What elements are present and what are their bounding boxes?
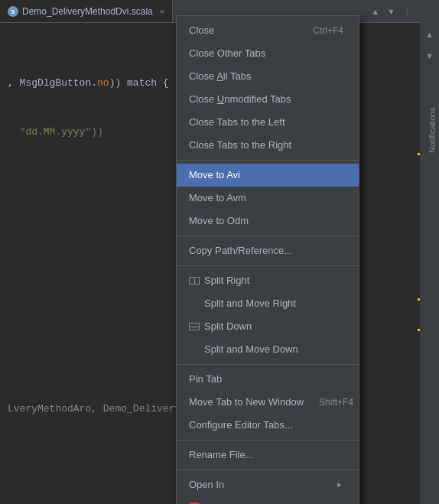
menu-pin-tab-label: Pin Tab xyxy=(189,371,343,388)
menu-scala-repl-shortcut: Ctrl+Shift+D xyxy=(294,499,343,504)
menu-open-in-label: Open In xyxy=(189,476,328,493)
menu-item-split-move-right[interactable]: Split and Move Right xyxy=(177,292,359,315)
menu-split-move-right-label: Split and Move Right xyxy=(189,295,343,312)
divider-6 xyxy=(177,470,359,470)
menu-close-all-label: Close All Tabs xyxy=(189,68,343,85)
menu-scala-repl-label: Scala REPL... xyxy=(204,499,278,504)
menu-move-new-window-shortcut: Shift+F4 xyxy=(319,394,353,411)
menu-copy-path-label: Copy Path/Reference... xyxy=(189,242,343,259)
menu-move-new-window-label: Move Tab to New Window xyxy=(189,394,304,411)
code-line-1: , MsgDlgButton.no)) match { xyxy=(0,75,176,92)
menu-close-left-label: Close Tabs to the Left xyxy=(189,114,343,131)
split-down-icon xyxy=(189,323,200,330)
right-sidebar: ▲ ▼ xyxy=(420,0,439,504)
menu-item-close-left[interactable]: Close Tabs to the Left xyxy=(177,111,359,134)
menu-configure-tabs-label: Configure Editor Tabs... xyxy=(189,417,343,434)
notifications-label: Notifications xyxy=(428,107,437,153)
menu-move-odm-label: Move to Odm xyxy=(189,213,343,229)
split-right-icon xyxy=(189,277,200,285)
menu-item-scala-repl[interactable]: Scala REPL... Ctrl+Shift+D xyxy=(177,496,359,504)
tab-menu-button[interactable]: ⋮ xyxy=(401,5,414,18)
menu-split-right-label: Split Right xyxy=(204,272,343,289)
menu-move-avi-label: Move to Avi xyxy=(189,167,343,184)
active-tab[interactable]: s Demo_DeliveryMethodDvi.scala × xyxy=(0,0,173,22)
menu-item-split-right[interactable]: Split Right xyxy=(177,269,359,292)
menu-split-down-label: Split Down xyxy=(204,318,343,335)
menu-close-shortcut: Ctrl+F4 xyxy=(313,22,343,39)
menu-close-right-label: Close Tabs to the Right xyxy=(189,137,343,154)
tab-filename: Demo_DeliveryMethodDvi.scala xyxy=(22,6,153,17)
menu-item-copy-path[interactable]: Copy Path/Reference... xyxy=(177,239,359,262)
sidebar-icon-2[interactable]: ▼ xyxy=(422,48,437,63)
menu-item-rename[interactable]: Rename File... xyxy=(177,444,359,467)
divider-2 xyxy=(177,236,359,236)
tab-nav-prev[interactable]: ▲ xyxy=(369,5,382,18)
tab-nav-next[interactable]: ▼ xyxy=(385,5,398,18)
menu-item-close-unmodified[interactable]: Close Unmodified Tabs xyxy=(177,88,359,111)
menu-close-unmodified-label: Close Unmodified Tabs xyxy=(189,91,343,108)
code-line-bottom: LveryMethodAro, Demo_DeliveryM xyxy=(0,401,176,418)
menu-item-pin-tab[interactable]: Pin Tab xyxy=(177,368,359,391)
editor-content: , MsgDlgButton.no)) match { "dd.MM.yyyy"… xyxy=(0,23,176,504)
menu-item-close-all[interactable]: Close All Tabs xyxy=(177,65,359,88)
menu-item-configure-tabs[interactable]: Configure Editor Tabs... xyxy=(177,414,359,437)
menu-item-close[interactable]: Close Ctrl+F4 xyxy=(177,19,359,42)
menu-item-split-down[interactable]: Split Down xyxy=(177,315,359,338)
tab-file-icon: s xyxy=(8,6,18,17)
open-in-arrow: ► xyxy=(336,476,343,493)
context-menu: Close Ctrl+F4 Close Other Tabs Close All… xyxy=(176,15,359,504)
menu-move-avm-label: Move to Avm xyxy=(189,190,343,206)
menu-item-open-in[interactable]: Open In ► xyxy=(177,473,359,496)
menu-item-move-new-window[interactable]: Move Tab to New Window Shift+F4 xyxy=(177,391,359,414)
menu-split-move-down-label: Split and Move Down xyxy=(189,341,343,358)
menu-close-other-label: Close Other Tabs xyxy=(189,45,343,62)
notifications-tab[interactable]: Notifications xyxy=(425,92,439,168)
menu-item-move-avi[interactable]: Move to Avi xyxy=(177,164,359,187)
menu-item-move-avm[interactable]: Move to Avm xyxy=(177,187,359,210)
menu-rename-label: Rename File... xyxy=(189,447,343,463)
code-line-3: "dd.MM.yyyy")) xyxy=(0,124,176,141)
menu-item-move-odm[interactable]: Move to Odm xyxy=(177,210,359,232)
tab-controls: ▲ ▼ ⋮ xyxy=(369,0,420,23)
sidebar-icon-1[interactable]: ▲ xyxy=(422,27,437,42)
menu-item-close-right[interactable]: Close Tabs to the Right xyxy=(177,134,359,157)
menu-item-split-move-down[interactable]: Split and Move Down xyxy=(177,338,359,361)
divider-5 xyxy=(177,440,359,441)
code-line-2 xyxy=(0,92,176,109)
tab-close-button[interactable]: × xyxy=(160,7,164,16)
menu-close-label: Close xyxy=(189,22,298,39)
divider-3 xyxy=(177,265,359,266)
divider-4 xyxy=(177,364,359,365)
divider-1 xyxy=(177,160,359,161)
menu-item-close-other[interactable]: Close Other Tabs xyxy=(177,42,359,65)
